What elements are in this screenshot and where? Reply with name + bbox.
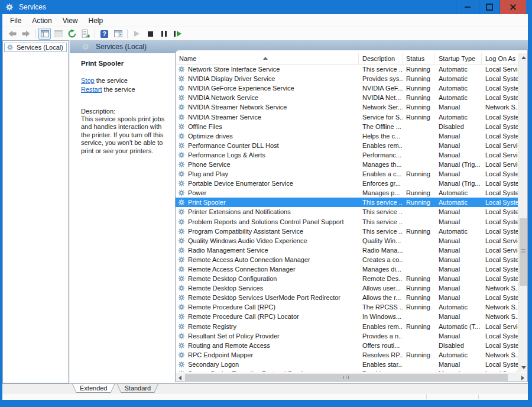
horizontal-scroll-thumb[interactable] xyxy=(185,374,508,381)
service-name-cell: Secure Socket Tunneling Protocol Service xyxy=(188,370,309,372)
service-log-on-as-cell: Local Service xyxy=(482,66,518,73)
column-header-description[interactable]: Description xyxy=(359,53,403,64)
restart-service-link[interactable]: Restart xyxy=(81,86,102,93)
service-status-cell: Running xyxy=(403,294,435,301)
service-startup-type-cell: Automatic xyxy=(435,351,482,358)
table-row[interactable]: Secure Socket Tunneling Protocol Service… xyxy=(176,369,518,372)
table-row[interactable]: Routing and Remote AccessOffers routi...… xyxy=(176,341,518,350)
service-startup-type-cell: Automatic xyxy=(435,66,482,73)
service-gear-icon xyxy=(178,256,185,263)
table-row[interactable]: Remote Access Connection ManagerManages … xyxy=(176,264,518,274)
stop-service-button[interactable] xyxy=(144,28,157,40)
service-name-cell: Quality Windows Audio Video Experience xyxy=(188,237,307,244)
column-header-status[interactable]: Status xyxy=(403,53,435,64)
table-row[interactable]: Portable Device Enumerator ServiceEnforc… xyxy=(176,179,518,188)
column-header-startup-type[interactable]: Startup Type xyxy=(435,53,482,64)
table-row[interactable]: Secondary LogonEnables star...ManualLoca… xyxy=(176,360,518,369)
menu-file[interactable]: File xyxy=(5,14,27,27)
help-button[interactable]: ? xyxy=(98,28,111,40)
sort-ascending-icon xyxy=(263,57,268,60)
table-row[interactable]: Remote Procedure Call (RPC)The RPCSS ...… xyxy=(176,302,518,312)
service-startup-type-cell: Manual xyxy=(435,370,482,372)
table-row[interactable]: RPC Endpoint MapperResolves RP...Running… xyxy=(176,350,518,360)
table-row[interactable]: Remote Desktop ServicesAllows user...Run… xyxy=(176,283,518,293)
refresh-button[interactable] xyxy=(66,28,78,40)
refresh-icon xyxy=(67,29,77,38)
table-row[interactable]: Remote Procedure Call (RPC) LocatorIn Wi… xyxy=(176,312,518,321)
service-description-cell: Resolves RP... xyxy=(359,351,403,358)
table-row[interactable]: Phone ServiceManages th...Manual (Trig..… xyxy=(176,160,518,169)
service-status-cell: Running xyxy=(403,85,435,92)
tab-standard[interactable]: Standard xyxy=(116,384,158,393)
table-row[interactable]: Plug and PlayEnables a c...RunningManual… xyxy=(176,169,518,179)
export-list-button[interactable] xyxy=(79,28,92,40)
service-description-cell: This service ... xyxy=(359,199,403,206)
service-log-on-as-cell: Local Syste... xyxy=(482,294,518,301)
restart-service-button[interactable] xyxy=(171,28,184,40)
pause-icon xyxy=(161,31,167,37)
maximize-button[interactable] xyxy=(479,0,499,14)
table-row[interactable]: Problem Reports and Solutions Control Pa… xyxy=(176,217,518,227)
table-row[interactable]: NVIDIA Streamer Network ServiceNetwork S… xyxy=(176,102,518,112)
menu-view[interactable]: View xyxy=(57,14,83,27)
table-row[interactable]: Resultant Set of Policy ProviderProvides… xyxy=(176,331,518,341)
table-row[interactable]: Optimize drivesHelps the c...ManualLocal… xyxy=(176,131,518,141)
show-action-pane-button[interactable] xyxy=(112,28,124,40)
table-row[interactable]: Remote RegistryEnables rem...RunningAuto… xyxy=(176,322,518,331)
service-description-cell: Provides sys... xyxy=(359,75,403,82)
table-row[interactable]: Radio Management ServiceRadio Mana...Man… xyxy=(176,246,518,255)
scroll-right-arrow[interactable] xyxy=(518,373,527,382)
horizontal-scrollbar[interactable] xyxy=(176,373,527,382)
content-header-title: Services (Local) xyxy=(96,43,147,51)
toolbar-separator xyxy=(95,29,95,38)
close-button[interactable] xyxy=(499,0,526,14)
stop-service-link[interactable]: Stop xyxy=(81,77,95,84)
scroll-down-arrow[interactable] xyxy=(519,363,528,372)
back-button[interactable] xyxy=(6,28,18,40)
properties-button[interactable] xyxy=(52,28,64,40)
menu-help[interactable]: Help xyxy=(83,14,109,27)
service-name-cell: Remote Procedure Call (RPC) xyxy=(188,303,275,311)
service-log-on-as-cell: Local Service xyxy=(482,247,518,254)
service-log-on-as-cell: Local Servi... xyxy=(482,370,518,372)
column-header-log-on-as[interactable]: Log On As xyxy=(482,53,518,64)
tree-item-services-local[interactable]: Services (Local) xyxy=(4,43,67,52)
column-header-name[interactable]: Name xyxy=(176,53,359,64)
table-row[interactable]: Remote Desktop Services UserMode Port Re… xyxy=(176,293,518,302)
table-row[interactable]: NVIDIA Streamer ServiceService for S...R… xyxy=(176,112,518,121)
service-startup-type-cell: Manual xyxy=(435,237,482,244)
service-name-cell: Network Store Interface Service xyxy=(188,66,280,73)
scroll-left-arrow[interactable] xyxy=(176,373,184,382)
vertical-scrollbar[interactable] xyxy=(518,53,527,372)
table-row[interactable]: NVIDIA GeForce Experience ServiceNVIDIA … xyxy=(176,83,518,93)
pause-service-button[interactable] xyxy=(158,28,170,40)
tab-extended[interactable]: Extended xyxy=(72,384,115,393)
service-startup-type-cell: Manual xyxy=(435,151,482,159)
forward-button[interactable] xyxy=(20,28,32,40)
table-row[interactable]: Quality Windows Audio Video ExperienceQu… xyxy=(176,236,518,246)
service-log-on-as-cell: Local Syste... xyxy=(482,332,518,340)
restart-service-suffix: the service xyxy=(102,86,135,93)
table-row[interactable]: PowerManages p...RunningAutomaticLocal S… xyxy=(176,188,518,198)
vertical-scroll-thumb[interactable] xyxy=(520,218,527,286)
menu-action[interactable]: Action xyxy=(27,14,57,27)
table-row[interactable]: Remote Desktop ConfigurationRemote Des..… xyxy=(176,274,518,283)
service-gear-icon xyxy=(178,370,185,372)
table-row[interactable]: NVIDIA Display Driver ServiceProvides sy… xyxy=(176,74,518,83)
table-row[interactable]: Network Store Interface ServiceThis serv… xyxy=(176,64,518,74)
table-row[interactable]: NVIDIA Network ServiceNVIDIA Net...Runni… xyxy=(176,93,518,102)
table-row[interactable]: Program Compatibility Assistant ServiceT… xyxy=(176,227,518,236)
scroll-up-arrow[interactable] xyxy=(519,53,528,62)
service-gear-icon xyxy=(178,275,185,282)
service-status-cell: Running xyxy=(403,170,435,177)
minimize-button[interactable] xyxy=(456,0,479,14)
show-console-tree-button[interactable] xyxy=(38,28,51,40)
table-row[interactable]: Performance Logs & AlertsPerformanc...Ma… xyxy=(176,150,518,160)
table-row[interactable]: Performance Counter DLL HostEnables rem.… xyxy=(176,141,518,150)
start-service-button[interactable] xyxy=(131,28,143,40)
table-row[interactable]: Print SpoolerThis service ...RunningAuto… xyxy=(176,198,518,207)
service-gear-icon xyxy=(178,351,185,358)
table-row[interactable]: Offline FilesThe Offline ...DisabledLoca… xyxy=(176,122,518,131)
table-row[interactable]: Remote Access Auto Connection ManagerCre… xyxy=(176,255,518,264)
table-row[interactable]: Printer Extensions and NotificationsThis… xyxy=(176,207,518,217)
